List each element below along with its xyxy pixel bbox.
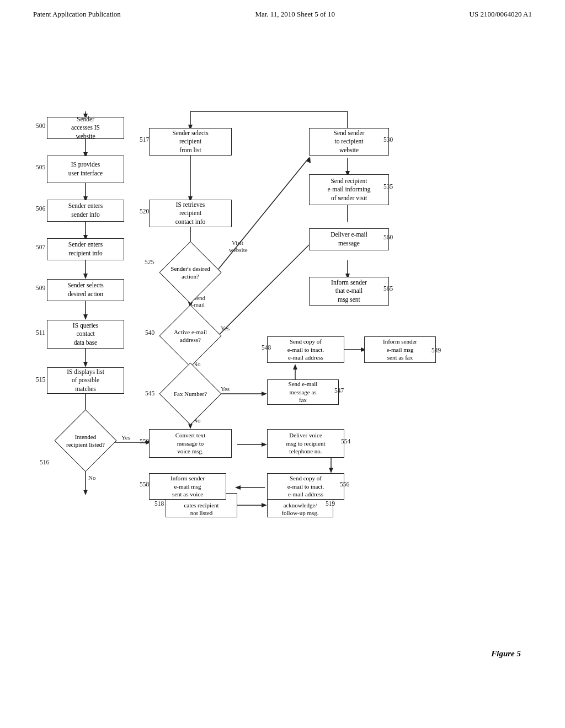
label-560: 560 (383, 234, 393, 240)
label-525: 525 (145, 259, 154, 265)
box-550: Convert text message to voice msg. (149, 429, 232, 458)
label-515: 515 (36, 376, 45, 383)
svg-text:Visit: Visit (232, 239, 243, 246)
box-500: Sender accesses IS website (47, 117, 124, 139)
svg-line-35 (218, 245, 309, 336)
box-530: Send sender to recipient website (309, 128, 389, 156)
box-547: Send e-mail message as fax (267, 379, 339, 405)
box-505: IS provides user interface (47, 156, 124, 183)
label-558: 558 (140, 481, 149, 488)
label-556: 556 (340, 481, 349, 488)
label-554: 554 (341, 438, 350, 445)
diamond-545: Fax Number? (157, 369, 223, 419)
label-507: 507 (36, 244, 45, 250)
label-520: 520 (140, 208, 149, 215)
box-548: Send copy of e-mail to inact. e-mail add… (267, 336, 344, 363)
svg-marker-51 (262, 442, 267, 447)
diamond-525: Sender's desired action? (157, 248, 223, 297)
diagram-area: Yes No Visit website Send e-mail Yes (0, 30, 565, 703)
label-548: 548 (262, 344, 271, 351)
svg-marker-55 (235, 485, 241, 490)
box-556: Send copy of e-mail to inact. e-mail add… (267, 473, 344, 500)
box-507: Sender enters recipient info (47, 238, 124, 260)
box-558: Inform sender e-mail msg sent as voice (149, 473, 226, 500)
page-header: Patent Application Publication Mar. 11, … (0, 0, 565, 24)
label-516: 516 (40, 459, 49, 465)
svg-marker-53 (329, 468, 333, 473)
header-right: US 2100/0064020 A1 (470, 10, 532, 19)
svg-marker-11 (83, 362, 88, 367)
label-511: 511 (36, 329, 45, 336)
label-550: 550 (140, 438, 149, 445)
svg-text:website: website (229, 247, 248, 253)
label-547: 547 (334, 387, 344, 394)
diamond-540: Active e-mail address? (157, 311, 223, 361)
header-middle: Mar. 11, 2010 Sheet 5 of 10 (255, 10, 335, 19)
svg-marker-41 (262, 392, 267, 396)
label-505: 505 (36, 164, 45, 170)
box-535: Send recipient e-mail informing of sende… (309, 174, 389, 205)
label-500: 500 (36, 122, 45, 129)
label-509: 509 (36, 285, 45, 291)
svg-marker-47 (293, 364, 297, 370)
label-517: 517 (140, 136, 149, 143)
box-511: IS queries contact data base (47, 320, 124, 349)
header-left: Patent Application Publication (33, 10, 121, 19)
box-565: Inform sender that e-mail msg sent (309, 277, 389, 306)
box-554: Deliver voice msg to recipient telephone… (267, 429, 344, 458)
svg-marker-18 (83, 490, 88, 495)
box-560: Deliver e-mail message (309, 228, 389, 250)
label-518: 518 (154, 500, 164, 507)
svg-text:No: No (88, 474, 96, 481)
box-515: IS displays list of possible matches (47, 367, 124, 394)
label-535: 535 (383, 183, 393, 190)
box-509: Sender selects desired action (47, 279, 124, 301)
box-517: Sender selects recipient from list (149, 128, 232, 156)
label-565: 565 (383, 285, 393, 292)
figure-label: Figure 5 (491, 649, 521, 659)
box-506: Sender enters sender info (47, 200, 124, 222)
box-520: IS retrieves recipient contact info (149, 200, 232, 227)
label-545: 545 (145, 390, 154, 397)
svg-marker-9 (83, 314, 88, 320)
svg-text:Yes: Yes (121, 434, 130, 441)
label-506: 506 (36, 205, 45, 212)
box-549: Inform sender e-mail msg sent as fax (364, 336, 436, 363)
label-519: 519 (326, 500, 335, 507)
svg-marker-21 (262, 503, 267, 507)
svg-marker-28 (306, 157, 311, 163)
diamond-516: Intended recipient listed? (52, 416, 119, 465)
label-530: 530 (383, 136, 393, 143)
label-549: 549 (431, 347, 441, 354)
label-540: 540 (145, 329, 154, 336)
svg-marker-7 (83, 274, 88, 279)
